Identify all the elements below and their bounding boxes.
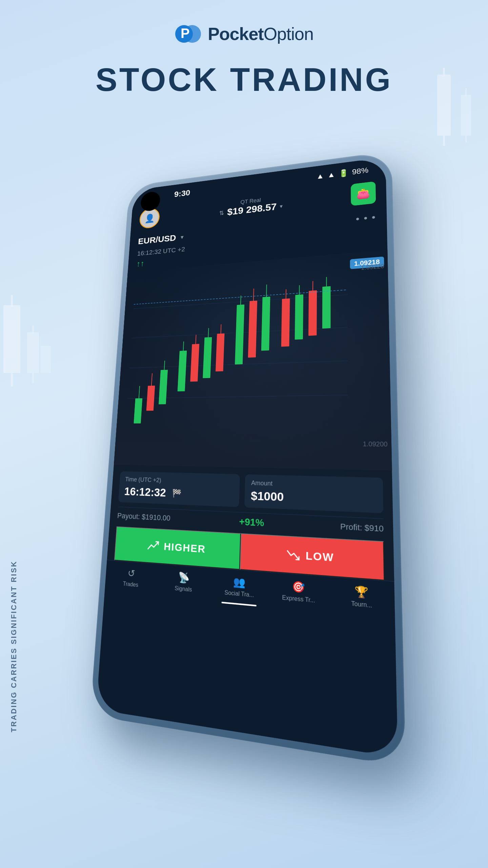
deco-candles-left (0, 271, 54, 441)
svg-rect-31 (203, 337, 212, 378)
svg-rect-7 (11, 295, 13, 307)
status-time: 9:30 (174, 188, 190, 199)
signals-icon: 📡 (178, 571, 190, 584)
svg-rect-8 (11, 373, 13, 387)
social-label: Social Tra... (224, 589, 254, 598)
nav-item-signals[interactable]: 📡 Signals (156, 570, 211, 595)
phone-container: 9:30 ▲ ▲ 🔋 98% 👤 QT Real ⇅ $19 298.57 ▾ (90, 151, 406, 767)
wallet-button[interactable]: 👛 (351, 181, 376, 206)
price-level-2: 1.09200 (363, 440, 387, 448)
chart-area: 1.09218 1.09220 1.09200 (114, 250, 392, 471)
svg-rect-27 (178, 351, 187, 391)
home-indicator (221, 602, 257, 607)
candlestick-chart (123, 260, 348, 462)
higher-label: HIGHER (163, 540, 206, 555)
svg-rect-37 (248, 300, 257, 357)
express-icon: 🎯 (292, 580, 305, 594)
pocket-option-logo-icon: P (175, 20, 202, 47)
svg-rect-5 (465, 136, 467, 142)
svg-text:P: P (181, 26, 190, 41)
svg-rect-10 (32, 326, 34, 334)
svg-rect-4 (465, 88, 467, 96)
nav-item-express[interactable]: 🎯 Express Tr... (268, 578, 330, 606)
battery-icon: 🔋 (339, 169, 349, 178)
balance-swap-icon: ⇅ (219, 209, 224, 217)
svg-rect-1 (443, 68, 445, 76)
app-branding: P PocketOption (0, 0, 488, 47)
amount-label: Amount (251, 479, 376, 491)
svg-rect-25 (159, 370, 168, 405)
svg-rect-45 (308, 290, 317, 336)
flag-icon: 🏁 (172, 488, 182, 498)
amount-value: $1000 (251, 489, 284, 504)
svg-rect-23 (146, 386, 155, 411)
signal-icon: ▲ (327, 170, 335, 179)
svg-rect-12 (41, 346, 51, 373)
phone-outer: 9:30 ▲ ▲ 🔋 98% 👤 QT Real ⇅ $19 298.57 ▾ (90, 151, 406, 767)
risk-warning: TRADING CARRIES SIGNIFICANT RISK (9, 560, 18, 732)
express-label: Express Tr... (282, 594, 315, 604)
svg-rect-9 (27, 332, 39, 373)
time-value-row: 16:12:32 🏁 (124, 485, 233, 502)
higher-chart-icon (146, 538, 160, 553)
trades-icon: ↺ (127, 567, 135, 579)
signals-label: Signals (175, 585, 192, 593)
payout-amount: Payout: $1910.00 (117, 511, 170, 523)
svg-rect-41 (281, 298, 290, 347)
brand-name: PocketOption (208, 24, 313, 44)
amount-control[interactable]: Amount $1000 (244, 474, 383, 513)
tournament-label: Tourn... (351, 600, 372, 609)
trades-label: Trades (123, 580, 138, 588)
deco-candles-right (410, 68, 478, 203)
time-value: 16:12:32 (124, 485, 166, 499)
time-control[interactable]: Time (UTC +2) 16:12:32 🏁 (118, 471, 240, 507)
svg-rect-2 (443, 136, 445, 146)
svg-rect-0 (437, 75, 451, 136)
svg-rect-33 (216, 333, 225, 371)
svg-rect-21 (134, 398, 142, 423)
time-label: Time (UTC +2) (125, 476, 234, 486)
tournament-icon: 🏆 (354, 585, 368, 599)
svg-rect-47 (322, 286, 331, 329)
balance-section[interactable]: QT Real ⇅ $19 298.57 ▾ (219, 194, 283, 218)
payout-percent: +91% (239, 516, 264, 529)
more-options-button[interactable]: • • • (356, 212, 376, 224)
pair-chevron-icon: ▾ (181, 234, 184, 241)
controls-row: Time (UTC +2) 16:12:32 🏁 Amount $1000 (118, 471, 383, 513)
svg-rect-43 (295, 294, 303, 339)
svg-rect-29 (190, 344, 199, 381)
wifi-icon: ▲ (316, 172, 324, 181)
battery-percent: 98% (352, 166, 369, 176)
lower-chart-icon (286, 547, 301, 563)
status-icons: ▲ ▲ 🔋 98% (316, 166, 368, 181)
svg-rect-3 (461, 95, 471, 136)
profit-amount: Profit: $910 (340, 522, 384, 534)
phone-screen: 9:30 ▲ ▲ 🔋 98% 👤 QT Real ⇅ $19 298.57 ▾ (96, 157, 398, 757)
lower-label: LOW (306, 549, 334, 564)
pair-name[interactable]: EUR/USD (138, 233, 177, 246)
nav-item-tournament[interactable]: 🏆 Tourn... (329, 583, 395, 611)
svg-rect-35 (235, 304, 244, 364)
svg-rect-6 (3, 305, 20, 373)
balance-chevron-icon: ▾ (280, 203, 283, 210)
svg-rect-11 (32, 373, 34, 383)
social-icon: 👥 (233, 576, 246, 589)
svg-rect-39 (261, 297, 270, 351)
nav-item-social[interactable]: 👥 Social Tra... (211, 574, 269, 600)
nav-item-trades[interactable]: ↺ Trades (105, 566, 158, 590)
